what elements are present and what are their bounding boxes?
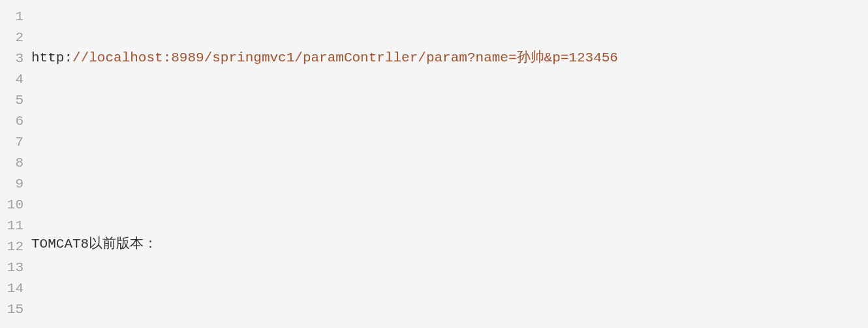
- code-line: [31, 172, 868, 193]
- line-number: 7: [0, 132, 23, 153]
- token-colon: :: [64, 50, 72, 65]
- line-number: 15: [0, 299, 23, 320]
- code-line: http://localhost:8989/springmvc1/paramCo…: [31, 48, 868, 69]
- code-line: TOMCAT8以前版本：: [31, 234, 868, 255]
- code-line: [31, 110, 868, 131]
- token-text: TOMCAT8以前版本：: [31, 237, 157, 252]
- line-number: 3: [0, 48, 23, 69]
- line-number: 12: [0, 237, 23, 257]
- code-block: 1 2 3 4 5 6 7 8 9 10 11 12 13 14 15 http…: [0, 0, 868, 328]
- line-number: 10: [0, 195, 23, 216]
- line-number: 8: [0, 153, 23, 174]
- token-url-path: //localhost:8989/springmvc1/paramContrll…: [72, 50, 618, 65]
- line-number: 9: [0, 174, 23, 195]
- line-number: 6: [0, 111, 23, 132]
- line-number: 5: [0, 90, 23, 111]
- code-content: http://localhost:8989/springmvc1/paramCo…: [31, 7, 868, 328]
- line-number: 4: [0, 69, 23, 90]
- line-number: 11: [0, 216, 23, 237]
- token-scheme: http: [31, 50, 64, 65]
- line-number-gutter: 1 2 3 4 5 6 7 8 9 10 11 12 13 14 15: [0, 7, 31, 328]
- line-number: 13: [0, 257, 23, 278]
- line-number: 2: [0, 27, 23, 48]
- line-number: 14: [0, 278, 23, 299]
- code-line: [31, 296, 868, 317]
- line-number: 1: [0, 7, 23, 27]
